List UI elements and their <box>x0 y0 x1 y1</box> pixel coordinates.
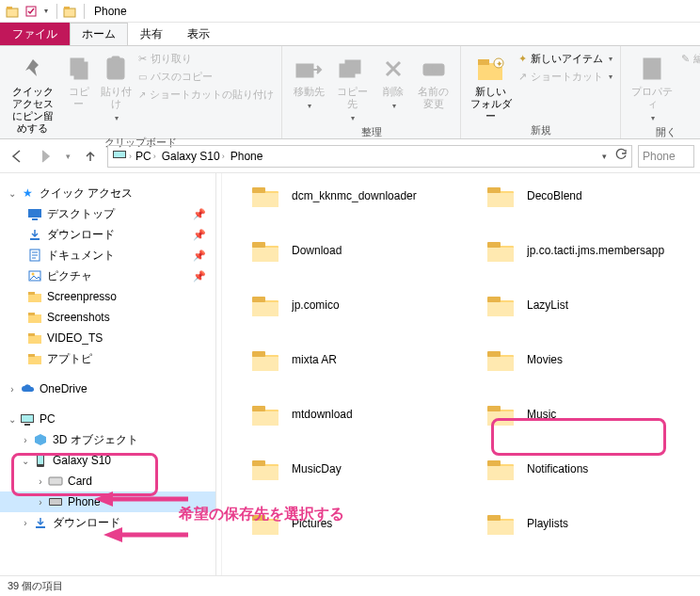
new-folder-button[interactable]: ✦ 新しい フォルダー <box>469 50 513 122</box>
tree-screenpresso[interactable]: Screenpresso <box>0 286 215 307</box>
tree-card[interactable]: ›Card <box>0 471 215 491</box>
svg-point-27 <box>32 273 35 276</box>
tab-view[interactable]: 表示 <box>175 23 222 45</box>
copy-icon <box>64 54 94 84</box>
recent-dropdown[interactable]: ▾ <box>62 145 73 168</box>
folder-item[interactable]: MusicDay <box>250 456 476 482</box>
tree-pictures[interactable]: ピクチャ📌 <box>0 266 215 286</box>
search-input[interactable]: Phone <box>638 145 694 168</box>
folder-item[interactable]: jp.comico <box>250 292 476 318</box>
svg-rect-86 <box>487 521 514 535</box>
tree-videots[interactable]: VIDEO_TS <box>0 328 215 348</box>
folder-label: MusicDay <box>292 462 342 475</box>
svg-rect-80 <box>487 466 514 480</box>
nav-tree[interactable]: ⌄★クイック アクセス デスクトップ📌 ダウンロード📌 ドキュメント📌 ピクチャ… <box>0 173 216 575</box>
folder-item[interactable]: mtdownload <box>250 401 476 427</box>
delete-icon <box>378 54 408 84</box>
svg-rect-79 <box>487 460 501 466</box>
tab-home[interactable]: ホーム <box>70 23 128 45</box>
tree-screenshots[interactable]: Screenshots <box>0 307 215 328</box>
folder-icon <box>26 309 43 326</box>
svg-rect-70 <box>252 406 265 411</box>
up-button[interactable] <box>79 145 102 168</box>
chevron-right-icon[interactable]: › <box>129 152 132 161</box>
folder-item[interactable]: LazyList <box>485 292 674 318</box>
tree-documents[interactable]: ドキュメント📌 <box>0 245 215 266</box>
svg-rect-83 <box>252 521 278 535</box>
folder-icon <box>485 183 516 209</box>
group-caption-new: 新規 <box>469 122 612 138</box>
back-button[interactable] <box>6 145 28 168</box>
tree-quickaccess[interactable]: ⌄★クイック アクセス <box>0 183 215 203</box>
svg-rect-68 <box>487 357 514 371</box>
folder-item[interactable]: Playlists <box>485 510 674 537</box>
tree-aputobi[interactable]: アプトピ <box>0 348 215 369</box>
rename-icon: ab <box>419 54 449 84</box>
moveto-label: 移動先 <box>294 86 325 98</box>
folder-item[interactable]: Pictures <box>250 510 476 537</box>
paste-button: 貼り付け ▾ <box>100 50 133 124</box>
folder-item[interactable]: Download <box>250 237 476 264</box>
properties-label: プロパティ <box>628 86 676 110</box>
tree-onedrive[interactable]: ›OneDrive <box>0 379 215 399</box>
svg-rect-56 <box>487 248 514 262</box>
folder-item[interactable]: mixta AR <box>250 346 476 373</box>
drive-icon <box>47 493 64 510</box>
folder-icon <box>250 183 280 209</box>
svg-rect-19 <box>644 58 660 79</box>
scissors-icon: ✂ <box>138 53 147 65</box>
pin-to-quickaccess-button[interactable]: クイック アクセス にピン留めする <box>8 50 58 135</box>
folder-view[interactable]: dcm_kknmc_downloaderDecoBlendDownloadjp.… <box>222 173 700 575</box>
window-folder-icon <box>61 3 78 20</box>
tree-3dobjects[interactable]: ›3D オブジェクト <box>0 429 215 450</box>
download-icon <box>26 226 43 243</box>
tree-galaxy[interactable]: ⌄Galaxy S10 <box>0 450 215 471</box>
address-bar[interactable]: › PC› Galaxy S10› Phone ▾ <box>107 145 632 168</box>
svg-rect-24 <box>30 238 40 240</box>
folder-item[interactable]: Notifications <box>485 456 674 482</box>
svg-rect-40 <box>38 456 43 464</box>
tree-pc[interactable]: ⌄PC <box>0 409 215 429</box>
refresh-button[interactable] <box>614 148 628 164</box>
delete-button: 削除▾ <box>376 50 408 112</box>
folder-icon <box>485 346 516 373</box>
tree-downloads2[interactable]: ›ダウンロード <box>0 512 215 533</box>
cube-icon <box>32 431 49 448</box>
folder-item[interactable]: DecoBlend <box>485 183 674 209</box>
folder-icon <box>250 346 280 373</box>
rename-label: 名前の 変更 <box>418 86 449 110</box>
edit-button: ✎編 <box>681 52 700 66</box>
pc-icon <box>19 411 36 427</box>
folder-item[interactable]: Movies <box>485 346 674 373</box>
folder-icon <box>250 292 280 318</box>
shortcut-icon: ↗ <box>138 89 146 100</box>
folder-item[interactable]: jp.co.tacti.jms.membersapp <box>485 237 674 264</box>
pin-label: クイック アクセス にピン留めする <box>8 86 58 135</box>
copy-button: コピ ー <box>64 50 94 110</box>
folder-item[interactable]: Music <box>485 401 674 427</box>
pin-icon <box>18 54 48 84</box>
tree-desktop[interactable]: デスクトップ📌 <box>0 203 215 224</box>
qat-dropdown[interactable]: ▾ <box>41 3 51 20</box>
folder-label: Movies <box>527 353 563 366</box>
svg-rect-34 <box>28 356 41 364</box>
crumb-device[interactable]: Galaxy S10› <box>160 150 227 163</box>
tree-downloads[interactable]: ダウンロード📌 <box>0 224 215 245</box>
moveto-icon <box>294 54 324 84</box>
chevron-down-icon: ▾ <box>115 112 119 124</box>
tab-share[interactable]: 共有 <box>128 23 175 45</box>
tab-file[interactable]: ファイル <box>0 23 70 45</box>
address-dropdown[interactable]: ▾ <box>602 152 607 161</box>
newitem-icon: ✦ <box>518 53 527 65</box>
crumb-pc[interactable]: PC› <box>134 150 158 163</box>
folder-icon <box>26 350 43 367</box>
crumb-location[interactable]: Phone <box>229 150 265 163</box>
new-item-button[interactable]: ✦新しいアイテム▾ <box>518 52 612 66</box>
folder-label: mtdownload <box>292 408 353 421</box>
copy-to-button: コピー先▾ <box>333 50 371 124</box>
device-icon <box>112 148 127 164</box>
folder-item[interactable]: dcm_kknmc_downloader <box>250 183 476 209</box>
qat-save-icon[interactable] <box>23 3 40 20</box>
group-caption-organize: 整理 <box>290 124 453 139</box>
tree-phone[interactable]: ›Phone <box>0 491 215 512</box>
